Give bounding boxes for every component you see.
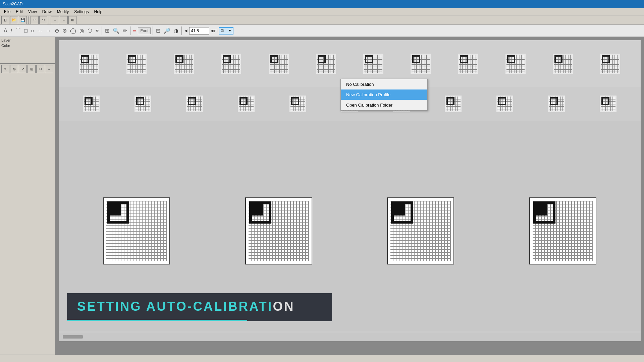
- dropdown-arrow-icon: ▼: [228, 29, 232, 33]
- tool-cross1[interactable]: ⊕: [54, 27, 60, 35]
- left-panel-tools: ↖ ⊕ ↗ ⊞ ✂ ⌖: [0, 64, 55, 355]
- measurement-unit: mm: [211, 28, 217, 33]
- sep-num: [181, 26, 182, 35]
- menu-bar: File Edit View Draw Modify Settings Help: [0, 8, 644, 15]
- overlay-line: [67, 320, 247, 321]
- calibration-dropdown-icon: ⊡: [221, 28, 224, 33]
- calibration-dropdown-menu: No Calibration New Calibration Profile O…: [340, 79, 428, 111]
- panel-tool-4[interactable]: ⊞: [28, 65, 36, 73]
- tool-text[interactable]: A: [3, 27, 8, 35]
- toolbar-1: 🗋 📂 💾 ↩ ↪ + − ⊞: [0, 15, 644, 25]
- qr-small-2: [126, 54, 147, 74]
- qr-small-10: [505, 54, 526, 74]
- qr-large-4: [529, 197, 596, 264]
- tool-arc[interactable]: ⌒: [14, 26, 22, 35]
- canvas-area: No Calibration New Calibration Profile O…: [55, 37, 644, 355]
- tool-rect[interactable]: □: [23, 27, 29, 35]
- scroll-thumb[interactable]: [63, 335, 83, 339]
- calibration-dropdown[interactable]: ⊡ ▼: [219, 27, 233, 35]
- qr-inner-3: [394, 204, 405, 216]
- bottom-label-overlay: SETTING AUTO-CALIBRATION: [67, 293, 332, 321]
- redo-button[interactable]: ↪: [39, 16, 47, 24]
- left-panel-top: Layer Color: [0, 37, 55, 64]
- tool-grid-panel: ↖ ⊕ ↗ ⊞ ✂ ⌖: [1, 65, 54, 73]
- measurement-input[interactable]: 41.8: [189, 27, 209, 35]
- color-label: Color: [1, 44, 54, 48]
- tool-ellipse[interactable]: ◯: [69, 27, 77, 35]
- menu-open-calibration-folder[interactable]: Open Calibration Folder: [341, 100, 427, 110]
- qr-small-r2-3: [186, 96, 203, 112]
- panel-tool-2[interactable]: ⊕: [10, 65, 18, 73]
- sep1: [29, 16, 29, 24]
- panel-tool-1[interactable]: ↖: [1, 65, 9, 73]
- canvas-inner: No Calibration New Calibration Profile O…: [59, 40, 641, 341]
- qr-large-3: [387, 197, 454, 264]
- tool-line[interactable]: /: [10, 27, 13, 35]
- tool-arrow[interactable]: ↔: [36, 27, 44, 35]
- panel-tool-3[interactable]: ↗: [19, 65, 27, 73]
- qr-small-3: [174, 54, 194, 74]
- sep2: [49, 16, 49, 24]
- main-area: Layer Color ↖ ⊕ ↗ ⊞ ✂ ⌖: [0, 37, 644, 355]
- tool-grid[interactable]: ⊞: [104, 27, 110, 35]
- overlay-text-white: ON: [273, 299, 294, 313]
- tool-cross2[interactable]: ⊗: [61, 27, 68, 35]
- panel-tool-5[interactable]: ✂: [36, 65, 44, 73]
- qr-inner-4: [536, 204, 547, 216]
- tool-pencil[interactable]: ✏: [122, 27, 128, 35]
- sep-tools: [102, 26, 102, 35]
- qr-large-2: [245, 197, 312, 264]
- table-icon[interactable]: ⊟: [155, 27, 161, 35]
- menu-help[interactable]: Help: [92, 9, 105, 15]
- menu-draw[interactable]: Draw: [40, 9, 54, 15]
- qr-small-1: [79, 54, 99, 74]
- zoom-out-button[interactable]: −: [60, 16, 68, 24]
- overlay-text: SETTING AUTO-CALIBRATION: [77, 299, 322, 314]
- qr-inner-1: [110, 204, 121, 216]
- sep-measure: [130, 26, 130, 35]
- fit-button[interactable]: ⊞: [68, 16, 76, 24]
- menu-edit[interactable]: Edit: [13, 9, 25, 15]
- qr-small-4: [221, 54, 241, 74]
- canvas-scroll-bar: [59, 332, 641, 341]
- qr-small-12: [600, 54, 620, 74]
- qr-small-8: [411, 54, 431, 74]
- app-window: Scan2CAD File Edit View Draw Modify Sett…: [0, 0, 644, 362]
- overlay-text-cyan: SETTING AUTO-CALIBRATI: [77, 299, 273, 313]
- tool-circle[interactable]: ○: [30, 27, 35, 35]
- qr-small-r2-11: [600, 96, 616, 112]
- title-bar-label: Scan2CAD: [3, 2, 22, 6]
- qr-small-7: [363, 54, 383, 74]
- menu-no-calibration[interactable]: No Calibration: [341, 79, 427, 89]
- menu-view[interactable]: View: [25, 9, 40, 15]
- tool-curve[interactable]: ◎: [78, 27, 85, 35]
- menu-new-calibration-profile[interactable]: New Calibration Profile: [341, 89, 427, 100]
- new-button[interactable]: 🗋: [1, 16, 9, 24]
- tool-poly[interactable]: ⬡: [87, 27, 93, 35]
- open-button[interactable]: 📂: [10, 16, 18, 24]
- panel-tool-6[interactable]: ⌖: [45, 65, 53, 73]
- toolbar-2: A / ⌒ □ ○ ↔ → ⊕ ⊗ ◯ ◎ ⬡ ⌖ ⊞ 🔍 ✏ ━ Font ⊟…: [0, 25, 644, 37]
- font-button[interactable]: Font: [138, 27, 151, 34]
- arrow-left-icon: ◀: [184, 28, 187, 33]
- undo-button[interactable]: ↩: [31, 16, 39, 24]
- contrast-icon[interactable]: ◑: [173, 27, 179, 35]
- qr-small-11: [553, 54, 573, 74]
- tool-magnify[interactable]: 🔍: [112, 27, 120, 35]
- qr-small-r2-4: [238, 96, 255, 112]
- left-panel: Layer Color ↖ ⊕ ↗ ⊞ ✂ ⌖: [0, 37, 55, 355]
- qr-small-r2-5: [289, 96, 306, 112]
- save-button[interactable]: 💾: [19, 16, 27, 24]
- layer-label: Layer: [1, 38, 54, 42]
- menu-modify[interactable]: Modify: [54, 9, 71, 15]
- menu-settings[interactable]: Settings: [71, 9, 91, 15]
- zoom-in-button[interactable]: +: [51, 16, 59, 24]
- tool-pointer[interactable]: →: [45, 27, 52, 35]
- sep-view: [153, 26, 153, 35]
- qr-small-r2-1: [83, 96, 100, 112]
- qr-small-r2-10: [548, 96, 565, 112]
- zoom-icon[interactable]: 🔎: [163, 27, 171, 35]
- tool-spline[interactable]: ⌖: [95, 27, 100, 35]
- qr-small-r2-8: [445, 96, 462, 112]
- menu-file[interactable]: File: [1, 9, 13, 15]
